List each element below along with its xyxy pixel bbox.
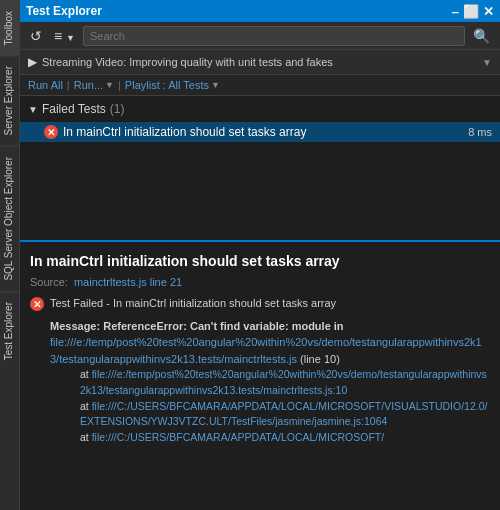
refresh-button[interactable]: ↺	[26, 26, 46, 46]
source-link[interactable]: mainctrltests.js line 21	[74, 276, 182, 288]
main-panel: Test Explorer – ⬜ ✕ ↺ ≡ ▼ 🔍 ▶ Streaming …	[20, 0, 500, 510]
playlist-dropdown[interactable]: Playlist : All Tests ▼	[125, 79, 220, 91]
test-item-time: 8 ms	[468, 126, 492, 138]
at1-link[interactable]: file:///e:/temp/post%20test%20angular%20…	[80, 368, 487, 396]
search-button[interactable]: 🔍	[469, 26, 494, 46]
title-bar-left: Test Explorer	[26, 4, 102, 18]
side-tab-test-explorer[interactable]: Test Explorer	[0, 291, 19, 370]
at3-link[interactable]: file:///C:/USERS/BFCAMARA/APPDATA/LOCAL/…	[92, 431, 385, 443]
content-area: ▶ Streaming Video: Improving quality wit…	[20, 50, 500, 240]
pin-button[interactable]: –	[452, 5, 459, 18]
detail-row1: ✕ Test Failed - In mainCtrl initializati…	[30, 296, 490, 311]
run-dropdown-arrow: ▼	[105, 80, 114, 90]
sep2: |	[118, 79, 121, 91]
detail-title: In mainCtrl initialization should set ta…	[30, 252, 490, 270]
detail-error-icon: ✕	[30, 297, 44, 311]
title-bar-controls: – ⬜ ✕	[452, 5, 494, 18]
error-icon: ✕	[44, 125, 58, 139]
failed-count: (1)	[110, 102, 125, 116]
side-tab-toolbox[interactable]: Toolbox	[0, 0, 19, 55]
detail-link1[interactable]: file:///e:/temp/post%20test%20angular%20…	[50, 336, 482, 365]
close-button[interactable]: ✕	[483, 5, 494, 18]
settings-button[interactable]: ≡ ▼	[50, 26, 79, 46]
run-all-link[interactable]: Run All	[28, 79, 63, 91]
at1-prefix: at	[80, 368, 92, 380]
toolbar: ↺ ≡ ▼ 🔍	[20, 22, 500, 50]
streaming-left: ▶ Streaming Video: Improving quality wit…	[28, 55, 333, 69]
failed-section: ▼ Failed Tests (1)	[20, 96, 500, 122]
test-item-label: In mainCtrl initialization should set ta…	[63, 125, 306, 139]
at3-prefix: at	[80, 431, 92, 443]
title-bar-title: Test Explorer	[26, 4, 102, 18]
failed-header[interactable]: ▼ Failed Tests (1)	[28, 100, 492, 118]
source-label: Source:	[30, 276, 68, 288]
at2-link[interactable]: file:///C:/USERS/BFCAMARA/APPDATA/LOCAL/…	[80, 400, 487, 428]
at2-prefix: at	[80, 400, 92, 412]
streaming-text: Streaming Video: Improving quality with …	[42, 56, 333, 68]
test-item-left: ✕ In mainCtrl initialization should set …	[44, 125, 306, 139]
detail-at2: at file:///C:/USERS/BFCAMARA/APPDATA/LOC…	[80, 399, 490, 431]
test-item[interactable]: ✕ In mainCtrl initialization should set …	[20, 122, 500, 142]
detail-at1: at file:///e:/temp/post%20test%20angular…	[80, 367, 490, 399]
side-tab-server-explorer[interactable]: Server Explorer	[0, 55, 19, 145]
play-icon: ▶	[28, 55, 37, 69]
side-tabs: Toolbox Server Explorer SQL Server Objec…	[0, 0, 20, 510]
streaming-chevron[interactable]: ▼	[482, 57, 492, 68]
detail-row1-text: Test Failed - In mainCtrl initialization…	[50, 296, 336, 311]
detail-panel: In mainCtrl initialization should set ta…	[20, 240, 500, 510]
detail-message: Message: ReferenceError: Can't find vari…	[50, 318, 490, 446]
playlist-dropdown-arrow: ▼	[211, 80, 220, 90]
detail-at3: at file:///C:/USERS/BFCAMARA/APPDATA/LOC…	[80, 430, 490, 446]
failed-triangle: ▼	[28, 104, 38, 115]
sep1: |	[67, 79, 70, 91]
action-bar: Run All | Run... ▼ | Playlist : All Test…	[20, 75, 500, 96]
detail-source: Source: mainctrltests.js line 21	[30, 276, 490, 288]
failed-label: Failed Tests	[42, 102, 106, 116]
search-input[interactable]	[83, 26, 465, 46]
run-dropdown[interactable]: Run... ▼	[74, 79, 114, 91]
title-bar: Test Explorer – ⬜ ✕	[20, 0, 500, 22]
expand-button[interactable]: ⬜	[463, 5, 479, 18]
link1-suffix: (line 10)	[297, 353, 340, 365]
side-tab-sql-server[interactable]: SQL Server Object Explorer	[0, 146, 19, 291]
streaming-banner: ▶ Streaming Video: Improving quality wit…	[20, 50, 500, 75]
message-label: Message: ReferenceError: Can't find vari…	[50, 320, 344, 332]
